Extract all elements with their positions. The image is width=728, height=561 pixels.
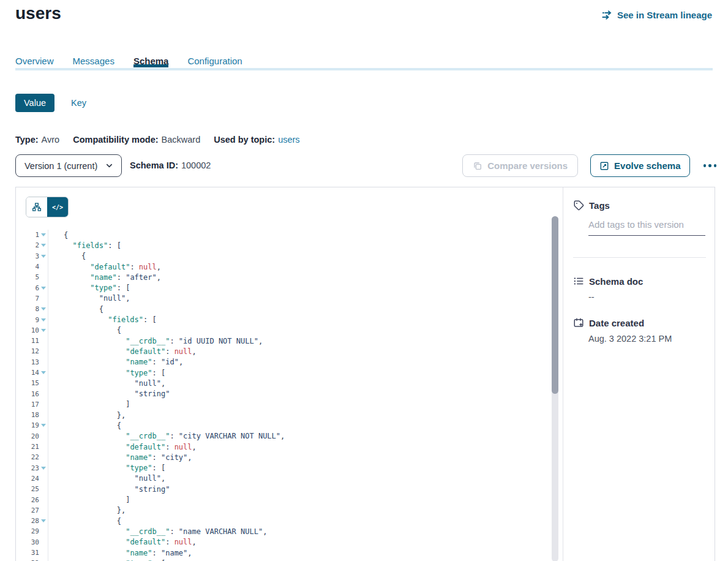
stream-lineage-label: See in Stream lineage — [617, 10, 712, 20]
line-number: 30 — [16, 538, 39, 546]
line-number: 14 — [16, 369, 39, 377]
code-text: ] — [48, 495, 130, 504]
line-number: 2 — [16, 241, 39, 249]
date-created-heading: Date created — [573, 317, 644, 328]
code-text: "default": null, — [48, 443, 197, 451]
fold-toggle-icon[interactable] — [41, 244, 46, 247]
fold-toggle-icon[interactable] — [41, 307, 46, 311]
schema-doc-heading: Schema doc — [573, 276, 643, 287]
code-line: 25 "string" — [16, 484, 549, 494]
tab-schema[interactable]: Schema — [133, 56, 169, 67]
gutter: 2 — [16, 240, 48, 250]
meta-value: Backward — [162, 135, 201, 145]
key-tab-button[interactable]: Key — [71, 98, 86, 108]
fold-toggle-icon[interactable] — [41, 424, 46, 427]
line-number: 8 — [16, 305, 39, 313]
fold-toggle-icon[interactable] — [41, 519, 46, 522]
code-text: "default": null, — [48, 538, 197, 546]
schema-doc-value: -- — [588, 292, 595, 302]
gutter: 27 — [16, 505, 48, 516]
value-tab-button[interactable]: Value — [15, 94, 54, 112]
fold-toggle-icon[interactable] — [41, 287, 46, 290]
code-editor[interactable]: 1{2 "fields": [3 {4 "default": null,5 "n… — [16, 230, 549, 561]
line-number: 29 — [16, 527, 39, 535]
compare-versions-icon — [473, 161, 482, 171]
editor-scrollbar-track[interactable] — [552, 216, 558, 561]
version-select[interactable]: Version 1 (current) — [15, 154, 122, 177]
code-line: 24 "null", — [16, 473, 549, 484]
gutter: 22 — [16, 452, 48, 462]
meta-label: Used by topic: — [214, 135, 275, 145]
code-line: 29 "__crdb__": "name VARCHAR NULL", — [16, 526, 549, 537]
more-options-button[interactable] — [702, 162, 718, 170]
code-line: 23 "type": [ — [16, 463, 549, 473]
gutter: 13 — [16, 357, 48, 367]
gutter: 23 — [16, 463, 48, 473]
tab-messages[interactable]: Messages — [73, 56, 114, 67]
gutter: 10 — [16, 325, 48, 336]
fold-toggle-icon[interactable] — [41, 329, 46, 332]
code-text: "string" — [48, 390, 170, 398]
code-panel: </> 1{2 "fields": [3 {4 "default": null,… — [16, 187, 563, 561]
details-sidebar: Tags Schema doc -- — [563, 187, 716, 561]
compare-versions-button[interactable]: Compare versions — [462, 154, 578, 177]
code-line: 7 "null", — [16, 293, 549, 304]
line-number: 24 — [16, 475, 39, 483]
meta-item: Used by topic:users — [214, 135, 299, 145]
fold-toggle-icon[interactable] — [41, 318, 46, 322]
tab-underline-track — [15, 68, 713, 70]
meta-item: Compatibility mode:Backward — [73, 135, 200, 145]
fold-toggle-icon[interactable] — [41, 371, 46, 374]
code-line: 5 "name": "after", — [16, 272, 549, 282]
gutter: 6 — [16, 282, 48, 293]
value-key-toggle: Value Key — [15, 94, 86, 112]
code-line: 3 { — [16, 251, 549, 262]
code-text: "null", — [48, 294, 130, 303]
line-number: 4 — [16, 263, 39, 271]
code-text: "__crdb__": "name VARCHAR NULL", — [48, 527, 267, 536]
stream-lineage-link[interactable]: See in Stream lineage — [601, 9, 712, 21]
schema-card: </> 1{2 "fields": [3 {4 "default": null,… — [15, 187, 715, 561]
fold-toggle-icon[interactable] — [41, 233, 46, 236]
code-text: "__crdb__": "id UUID NOT NULL", — [48, 337, 263, 345]
tabs: OverviewMessagesSchemaConfiguration — [15, 56, 242, 67]
line-number: 16 — [16, 390, 39, 398]
code-text: "__crdb__": "city VARCHAR NOT NULL", — [48, 432, 285, 440]
line-number: 27 — [16, 506, 39, 514]
code-line: 19 { — [16, 420, 549, 431]
fold-toggle-icon[interactable] — [41, 255, 46, 258]
add-tags-input[interactable] — [588, 217, 705, 236]
gutter: 31 — [16, 548, 48, 558]
tab-overview[interactable]: Overview — [15, 56, 54, 67]
fold-toggle-icon[interactable] — [41, 467, 46, 470]
code-line: 27 }, — [16, 505, 549, 516]
gutter: 4 — [16, 262, 48, 272]
tags-section-heading: Tags — [573, 200, 610, 211]
code-text: { — [48, 517, 121, 525]
editor-scrollbar-thumb[interactable] — [552, 216, 558, 394]
tree-view-button[interactable] — [26, 197, 47, 217]
code-text: { — [48, 305, 103, 314]
line-number: 19 — [16, 421, 39, 429]
tab-configuration[interactable]: Configuration — [187, 56, 242, 67]
date-created-value: Aug. 3 2022 3:21 PM — [588, 334, 672, 344]
code-line: 1{ — [16, 230, 549, 240]
code-text: "null", — [48, 379, 165, 388]
meta-value: Avro — [42, 135, 60, 145]
line-number: 22 — [16, 453, 39, 461]
evolve-schema-button[interactable]: Evolve schema — [590, 154, 689, 177]
code-text: "name": "id", — [48, 358, 183, 366]
code-text: "name": "name", — [48, 549, 192, 557]
code-view-button[interactable]: </> — [47, 197, 68, 217]
meta-value-link[interactable]: users — [278, 135, 299, 145]
gutter: 30 — [16, 537, 48, 548]
meta-label: Type: — [15, 135, 39, 145]
code-text: "type": [ — [48, 464, 165, 472]
code-text: { — [48, 326, 121, 334]
gutter: 25 — [16, 484, 48, 494]
gutter: 5 — [16, 272, 48, 282]
schema-id-label: Schema ID: — [130, 160, 178, 170]
schema-id-value: 100002 — [181, 160, 211, 170]
line-number: 3 — [16, 252, 39, 260]
code-text: ] — [48, 400, 130, 409]
